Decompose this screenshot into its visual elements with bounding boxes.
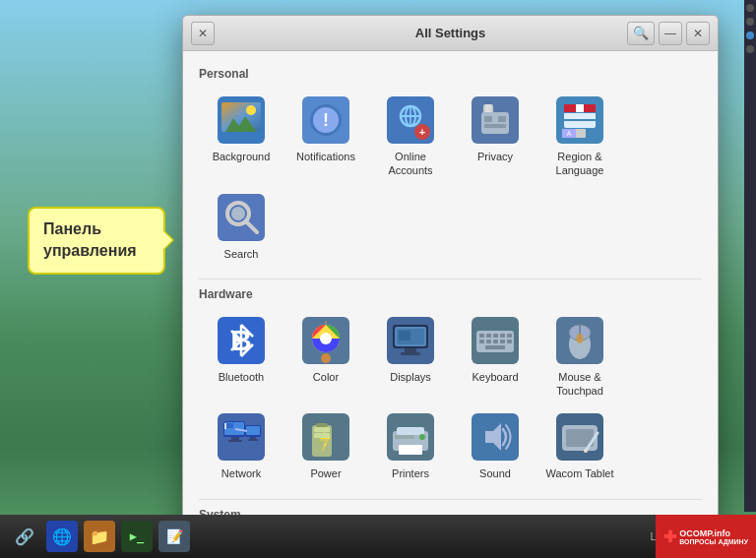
svg-rect-64 [486, 340, 491, 343]
settings-item-privacy[interactable]: Privacy [453, 89, 537, 186]
svg-point-35 [231, 207, 245, 220]
background-label: Background [213, 150, 271, 163]
settings-item-power[interactable]: Power [284, 405, 368, 488]
privacy-icon [472, 96, 519, 144]
svg-rect-27 [564, 104, 576, 112]
region-language-icon: A [556, 96, 603, 144]
svg-rect-20 [484, 116, 492, 122]
power-label: Power [310, 466, 341, 480]
settings-item-bluetooth[interactable]: B Bluetooth [199, 309, 284, 406]
notifications-label: Notifications [296, 150, 355, 163]
settings-content: Personal [183, 51, 718, 558]
settings-item-sound[interactable]: Sound [453, 405, 537, 488]
system-divider [199, 499, 702, 500]
svg-rect-66 [500, 340, 505, 343]
hardware-items-grid: B Bluetooth [199, 309, 702, 489]
svg-text:!: ! [323, 110, 329, 130]
ocomp-cross-icon: ✚ [663, 527, 676, 546]
settings-item-search[interactable]: Search [199, 186, 284, 269]
network-label: Network [221, 466, 261, 480]
section-hardware-title: Hardware [199, 287, 702, 301]
settings-item-displays[interactable]: Displays [368, 309, 453, 406]
minimize-button[interactable]: — [659, 22, 682, 45]
power-icon [302, 413, 349, 461]
taskbar-icon-link[interactable]: 🔗 [9, 521, 40, 552]
search-settings-icon [218, 194, 265, 241]
callout-tooltip: Панель управления [28, 207, 165, 275]
taskbar-icon-files[interactable]: 📁 [84, 521, 115, 552]
svg-point-73 [576, 334, 584, 343]
svg-rect-52 [405, 348, 416, 352]
keyboard-label: Keyboard [472, 370, 518, 384]
svg-rect-19 [481, 112, 509, 134]
window-title: All Settings [415, 26, 486, 40]
svg-rect-29 [584, 104, 596, 112]
svg-point-46 [320, 333, 332, 344]
settings-item-color[interactable]: Color [284, 309, 368, 406]
svg-rect-28 [576, 104, 584, 112]
bluetooth-icon: B [218, 317, 265, 364]
region-language-label: Region & Language [541, 150, 618, 178]
settings-item-mouse[interactable]: Mouse & Touchpad [537, 309, 622, 406]
svg-rect-94 [314, 445, 330, 450]
svg-text:A: A [567, 130, 572, 137]
svg-rect-82 [248, 439, 258, 441]
svg-rect-68 [485, 345, 505, 349]
ocomp-title: OCOMP.info [679, 528, 748, 538]
settings-item-network[interactable]: Network [199, 405, 284, 488]
displays-icon [387, 317, 434, 364]
sound-icon [472, 413, 519, 461]
printers-icon [387, 413, 434, 461]
search-label: Search [224, 247, 259, 261]
window-menu-button[interactable]: ✕ [191, 22, 215, 45]
ocomp-subtitle: ВОПРОСЫ АДМИНУ [679, 538, 748, 545]
callout-text: Панель управления [43, 220, 137, 259]
svg-rect-22 [484, 124, 506, 128]
svg-rect-81 [250, 437, 256, 439]
svg-point-99 [419, 434, 425, 440]
background-icon [218, 96, 265, 144]
svg-rect-100 [395, 435, 414, 439]
svg-rect-97 [397, 427, 424, 435]
settings-item-notifications[interactable]: ! Notifications [284, 89, 368, 186]
svg-rect-85 [225, 423, 233, 428]
settings-item-region-language[interactable]: A Region & Language [537, 89, 622, 186]
dock-dot [746, 45, 754, 53]
network-icon [218, 413, 265, 461]
displays-label: Displays [390, 370, 431, 384]
color-label: Color [313, 370, 339, 384]
svg-rect-91 [314, 427, 330, 432]
svg-point-48 [321, 353, 331, 363]
printers-label: Printers [392, 466, 429, 480]
svg-rect-21 [498, 116, 506, 122]
svg-rect-78 [228, 440, 242, 442]
svg-rect-93 [314, 439, 330, 444]
section-personal-title: Personal [199, 67, 702, 81]
taskbar-icon-text[interactable]: 📝 [158, 521, 190, 552]
svg-text:+: + [419, 126, 425, 138]
ocomp-badge: ✚ OCOMP.info ВОПРОСЫ АДМИНУ [656, 515, 756, 558]
sound-label: Sound [479, 466, 511, 480]
taskbar: 🔗 🌐 📁 ▶_ 📝 Lo... ✚ OCOMP.info ВОПРОСЫ АД… [0, 515, 756, 558]
close-button[interactable]: ✕ [686, 22, 710, 45]
taskbar-icon-browser[interactable]: 🌐 [46, 521, 78, 552]
dock-dot [746, 18, 754, 26]
svg-rect-62 [507, 334, 512, 338]
settings-window: ✕ All Settings 🔍 — ✕ Personal [182, 15, 719, 558]
search-button[interactable]: 🔍 [627, 22, 655, 45]
settings-item-keyboard[interactable]: Keyboard [453, 309, 537, 406]
settings-item-online-accounts[interactable]: + Online Accounts [368, 89, 453, 186]
keyboard-icon [472, 317, 519, 364]
taskbar-icon-terminal[interactable]: ▶_ [121, 521, 153, 552]
color-icon [302, 317, 349, 364]
settings-item-background[interactable]: Background [199, 89, 284, 186]
settings-item-printers[interactable]: Printers [368, 405, 453, 488]
svg-rect-61 [500, 334, 505, 338]
wacom-icon [556, 413, 603, 461]
svg-rect-89 [316, 423, 328, 427]
svg-rect-67 [507, 340, 512, 343]
dock-dot-active [746, 31, 754, 39]
titlebar: ✕ All Settings 🔍 — ✕ [183, 16, 718, 51]
svg-rect-59 [486, 334, 491, 338]
settings-item-wacom[interactable]: Wacom Tablet [537, 405, 622, 488]
